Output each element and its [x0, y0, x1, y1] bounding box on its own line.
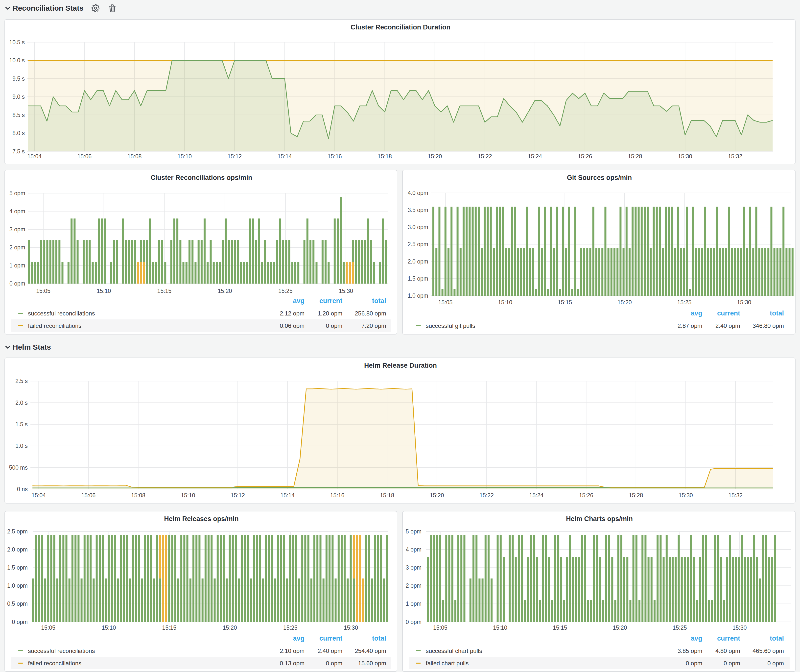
svg-text:3.85 opm: 3.85 opm	[678, 648, 702, 654]
svg-text:0.13 opm: 0.13 opm	[280, 660, 304, 667]
svg-text:15:08: 15:08	[127, 153, 142, 160]
svg-text:Cluster Reconciliations ops/mi: Cluster Reconciliations ops/min	[150, 174, 252, 181]
svg-text:0.06 opm: 0.06 opm	[280, 322, 304, 329]
svg-text:1 opm: 1 opm	[406, 600, 421, 607]
svg-text:0 ns: 0 ns	[17, 486, 28, 492]
svg-text:9.0 s: 9.0 s	[12, 94, 25, 100]
svg-text:15:32: 15:32	[728, 492, 742, 499]
svg-text:3 opm: 3 opm	[406, 564, 421, 571]
svg-text:15:10: 15:10	[498, 299, 512, 306]
svg-text:failed chart pulls: failed chart pulls	[426, 660, 469, 667]
svg-text:15:26: 15:26	[579, 492, 594, 499]
svg-text:15:10: 15:10	[181, 492, 195, 499]
svg-text:0 opm: 0 opm	[767, 660, 784, 667]
svg-text:0 opm: 0 opm	[12, 619, 28, 625]
svg-text:15:18: 15:18	[380, 492, 394, 499]
svg-text:total: total	[372, 635, 386, 642]
svg-text:15:10: 15:10	[97, 288, 111, 294]
svg-text:15:04: 15:04	[32, 492, 46, 499]
svg-text:15:12: 15:12	[227, 153, 242, 160]
svg-text:15:22: 15:22	[478, 153, 492, 160]
svg-text:15:24: 15:24	[530, 492, 544, 499]
svg-text:15:25: 15:25	[283, 624, 298, 631]
svg-text:2.5 s: 2.5 s	[15, 378, 28, 384]
svg-text:15:06: 15:06	[77, 153, 92, 160]
svg-text:2.10 opm: 2.10 opm	[280, 648, 304, 654]
svg-text:15:08: 15:08	[131, 492, 146, 499]
svg-text:15:26: 15:26	[578, 153, 592, 160]
svg-text:0 opm: 0 opm	[10, 280, 25, 287]
svg-text:2.40 opm: 2.40 opm	[715, 322, 740, 329]
svg-text:failed reconciliations: failed reconciliations	[28, 322, 82, 329]
svg-text:15:04: 15:04	[27, 153, 42, 160]
svg-text:2 opm: 2 opm	[406, 582, 421, 589]
svg-text:5 opm: 5 opm	[10, 190, 25, 197]
svg-text:2 opm: 2 opm	[10, 244, 25, 251]
svg-text:successful reconciliations: successful reconciliations	[28, 310, 95, 317]
svg-text:15:05: 15:05	[36, 288, 50, 294]
svg-text:failed reconciliations: failed reconciliations	[28, 660, 82, 667]
svg-text:4.80 opm: 4.80 opm	[715, 648, 740, 654]
svg-text:15:30: 15:30	[733, 624, 747, 631]
svg-text:1.5 opm: 1.5 opm	[7, 564, 28, 571]
svg-text:Cluster Reconciliation Duratio: Cluster Reconciliation Duration	[350, 24, 450, 31]
svg-text:2.87 opm: 2.87 opm	[678, 322, 702, 329]
svg-text:465.60 opm: 465.60 opm	[752, 648, 784, 654]
svg-text:15:20: 15:20	[618, 299, 632, 306]
svg-text:15:30: 15:30	[678, 492, 693, 499]
svg-text:15:15: 15:15	[157, 288, 172, 294]
svg-text:total: total	[372, 297, 386, 305]
svg-text:15:16: 15:16	[330, 492, 345, 499]
svg-text:4 opm: 4 opm	[406, 546, 421, 553]
svg-text:15:15: 15:15	[553, 624, 567, 631]
svg-text:15:32: 15:32	[728, 153, 742, 160]
svg-text:1.0 s: 1.0 s	[15, 443, 28, 449]
svg-text:current: current	[717, 310, 740, 317]
svg-text:15:28: 15:28	[629, 492, 643, 499]
svg-text:current: current	[717, 635, 740, 642]
svg-text:avg: avg	[293, 297, 304, 305]
svg-text:15:30: 15:30	[737, 299, 751, 306]
svg-text:15:22: 15:22	[479, 492, 494, 499]
svg-text:15:10: 15:10	[102, 624, 116, 631]
svg-text:8.0 s: 8.0 s	[12, 130, 25, 136]
svg-text:15:20: 15:20	[222, 624, 237, 631]
svg-text:Helm Release Duration: Helm Release Duration	[364, 362, 437, 369]
svg-text:15:16: 15:16	[328, 153, 342, 160]
svg-text:15:30: 15:30	[344, 624, 358, 631]
svg-text:2.5 opm: 2.5 opm	[7, 528, 28, 535]
svg-text:total: total	[770, 310, 784, 317]
svg-text:15:20: 15:20	[428, 153, 442, 160]
svg-text:0 opm: 0 opm	[723, 660, 740, 667]
svg-text:7.20 opm: 7.20 opm	[362, 322, 386, 329]
svg-text:15:05: 15:05	[433, 624, 448, 631]
svg-text:15.60 opm: 15.60 opm	[358, 660, 386, 667]
svg-text:1.0 opm: 1.0 opm	[408, 293, 428, 299]
svg-text:15:25: 15:25	[673, 624, 687, 631]
svg-text:10.0 s: 10.0 s	[9, 57, 25, 64]
svg-text:successful git pulls: successful git pulls	[426, 322, 475, 329]
svg-text:3.5 opm: 3.5 opm	[408, 207, 428, 213]
svg-text:15:25: 15:25	[677, 299, 692, 306]
svg-text:15:24: 15:24	[528, 153, 542, 160]
svg-text:15:30: 15:30	[339, 288, 353, 294]
svg-text:256.80 opm: 256.80 opm	[355, 310, 386, 317]
svg-text:500 ms: 500 ms	[9, 464, 28, 471]
svg-text:15:20: 15:20	[613, 624, 627, 631]
svg-text:2.5 opm: 2.5 opm	[408, 241, 428, 247]
svg-text:15:18: 15:18	[378, 153, 392, 160]
svg-text:1.20 opm: 1.20 opm	[318, 310, 342, 317]
svg-text:1.5 s: 1.5 s	[15, 421, 28, 427]
svg-text:15:30: 15:30	[678, 153, 693, 160]
svg-text:254.40 opm: 254.40 opm	[355, 648, 386, 654]
svg-text:1.5 opm: 1.5 opm	[408, 275, 428, 282]
svg-text:3 opm: 3 opm	[10, 226, 25, 233]
svg-text:Helm Charts ops/min: Helm Charts ops/min	[566, 515, 633, 523]
svg-text:4 opm: 4 opm	[10, 208, 25, 214]
svg-text:1 opm: 1 opm	[10, 262, 25, 269]
svg-text:3.0 opm: 3.0 opm	[408, 224, 428, 230]
svg-text:15:05: 15:05	[41, 624, 55, 631]
svg-text:2.12 opm: 2.12 opm	[280, 310, 304, 317]
svg-text:15:05: 15:05	[438, 299, 453, 306]
svg-text:total: total	[770, 635, 784, 642]
